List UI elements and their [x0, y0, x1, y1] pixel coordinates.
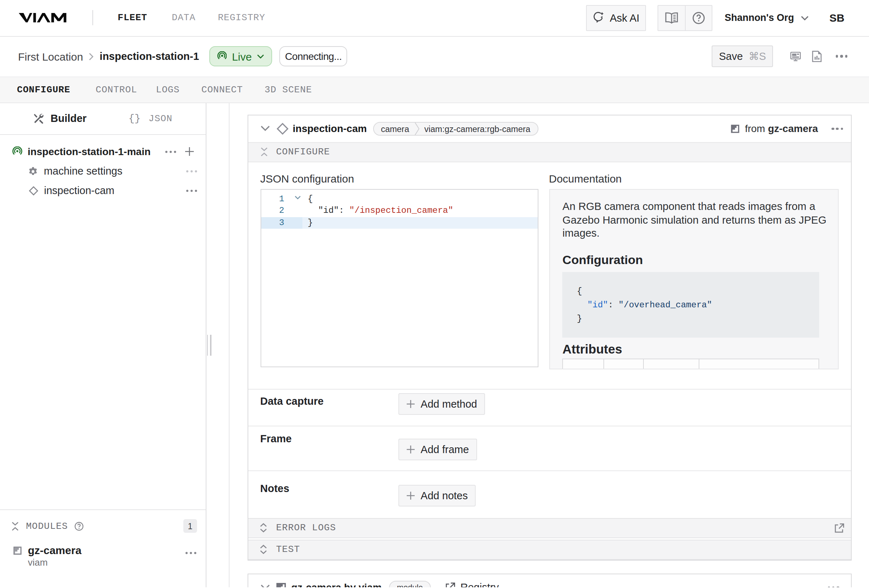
component-api-pill: camera viam:gz-camera:rgb-camera [373, 122, 538, 136]
live-icon [217, 52, 227, 61]
component-menu-button[interactable] [832, 127, 843, 130]
expand-icon [260, 545, 267, 554]
component-card-header: inspection-cam camera viam:gz-camera:rgb… [248, 116, 851, 142]
add-frame-button[interactable]: Add frame [398, 438, 477, 460]
component-name: inspection-cam [293, 123, 367, 135]
modules-title: MODULES [26, 521, 68, 531]
data-capture-row: Data capture Add method [248, 389, 851, 426]
modules-count-badge: 1 [183, 519, 197, 533]
module-icon [730, 124, 740, 133]
json-editor[interactable]: 1 { 2 "id": "/inspection_camera" 3 [260, 190, 538, 367]
org-menu[interactable]: Shannon's Org [725, 13, 809, 24]
documentation-panel[interactable]: An RGB camera component that reads image… [549, 190, 839, 369]
topbar-right: Ask AI [586, 5, 869, 31]
status-dropdown[interactable]: Live [209, 46, 272, 67]
avatar[interactable]: SB [829, 12, 844, 24]
help-button[interactable] [685, 6, 712, 30]
modules-help-icon[interactable] [74, 521, 84, 531]
fold-arrow-icon[interactable] [295, 196, 301, 200]
collapse-icon[interactable] [12, 521, 19, 531]
top-nav: FLEET DATA REGISTRY [118, 13, 265, 24]
test-label: TEST [276, 544, 300, 555]
camera-diamond-icon [276, 123, 288, 135]
modules-section: MODULES 1 gz-camera [0, 510, 206, 587]
file-chart-icon [812, 50, 822, 62]
pill-separator [414, 122, 419, 136]
module-list-item[interactable]: gz-camera viam [0, 544, 206, 568]
json-label: JSON [149, 113, 172, 124]
module-card-menu[interactable] [827, 586, 839, 587]
add-notes-button[interactable]: Add notes [398, 484, 476, 506]
breadcrumb-location[interactable]: First Location [18, 50, 83, 62]
nav-data[interactable]: DATA [172, 13, 196, 24]
breadcrumb-machine: inspection-station-1 [99, 50, 199, 62]
test-bar[interactable]: TEST [248, 540, 851, 560]
tree-row-inspection-cam[interactable]: inspection-cam [0, 181, 206, 201]
module-author: viam [28, 557, 206, 568]
doc-code-block: { "id": "/overhead_camera" } [563, 272, 819, 337]
editor-line: 2 "id": "/inspection_camera" [261, 205, 537, 217]
monitor-button[interactable] [791, 51, 801, 62]
builder-toggle[interactable]: Builder [0, 113, 87, 124]
doc-attributes-heading: Attributes [563, 342, 826, 357]
module-name: gz-camera [28, 544, 206, 556]
plus-icon [406, 491, 415, 500]
chevron-down-icon [260, 126, 270, 132]
add-resource-button[interactable] [185, 147, 194, 156]
sidebar-gutter [206, 103, 229, 587]
tree-settings-label: machine settings [44, 166, 123, 177]
registry-link[interactable]: Registry [445, 582, 499, 587]
data-capture-label: Data capture [260, 395, 324, 407]
gear-icon [28, 166, 38, 176]
open-logs-button[interactable] [834, 523, 844, 533]
machine-menu-button[interactable] [836, 55, 847, 58]
docs-button[interactable] [658, 6, 685, 30]
history-button[interactable] [812, 50, 822, 62]
mode-toggle: Builder {} JSON [0, 103, 206, 135]
book-icon [665, 12, 678, 24]
from-module-label: from gz-camera [745, 123, 818, 135]
connecting-button[interactable]: Connecting... [279, 46, 347, 67]
plus-icon [406, 445, 415, 453]
resource-tree: inspection-station-1-main machine settin… [0, 135, 206, 510]
chevron-down-icon [801, 15, 809, 21]
plus-icon [185, 147, 194, 156]
add-method-button[interactable]: Add method [398, 393, 485, 415]
external-link-icon [445, 583, 455, 587]
module-menu[interactable] [186, 552, 197, 554]
machine-settings-menu[interactable] [187, 170, 197, 172]
editor-line-active: 3 } [261, 217, 537, 229]
top-bar: FLEET DATA REGISTRY Ask AI [0, 0, 869, 36]
viam-logo[interactable] [19, 13, 67, 23]
json-toggle[interactable]: {} JSON [87, 113, 172, 124]
error-logs-bar[interactable]: ERROR LOGS [248, 518, 851, 538]
external-link-icon [834, 523, 844, 533]
inspection-cam-menu[interactable] [187, 190, 197, 192]
tree-row-machine-settings[interactable]: machine settings [0, 161, 206, 181]
tree-row-main-part[interactable]: inspection-station-1-main [0, 142, 206, 161]
diamond-icon [29, 186, 38, 196]
tab-logs[interactable]: LOGS [156, 84, 180, 95]
collapse-card-button[interactable] [260, 126, 270, 132]
machine-bar: First Location inspection-station-1 Live… [0, 36, 869, 77]
nav-fleet[interactable]: FLEET [118, 13, 147, 24]
ask-ai-button[interactable]: Ask AI [586, 5, 646, 31]
nav-registry[interactable]: REGISTRY [218, 13, 265, 24]
collapse-module-button[interactable] [260, 585, 270, 587]
tab-3d-scene[interactable]: 3D SCENE [264, 84, 312, 95]
resize-handle[interactable] [207, 335, 211, 355]
collapse-icon [260, 148, 267, 157]
frame-row: Frame Add frame [248, 426, 851, 470]
tab-connect[interactable]: CONNECT [202, 84, 243, 95]
documentation-label: Documentation [549, 172, 839, 185]
doc-attributes-table [563, 359, 819, 369]
tab-control[interactable]: CONTROL [96, 84, 137, 95]
tab-configure[interactable]: CONFIGURE [17, 84, 70, 95]
module-badge: module [389, 581, 431, 587]
save-button[interactable]: Save ⌘S [712, 46, 773, 67]
tree-main-label: inspection-station-1-main [28, 146, 151, 157]
error-logs-label: ERROR LOGS [276, 522, 336, 533]
main-part-menu[interactable] [165, 150, 176, 153]
configure-section-bar[interactable]: CONFIGURE [248, 142, 851, 162]
module-card-header: gz-camera by viam module Registry [248, 575, 851, 587]
